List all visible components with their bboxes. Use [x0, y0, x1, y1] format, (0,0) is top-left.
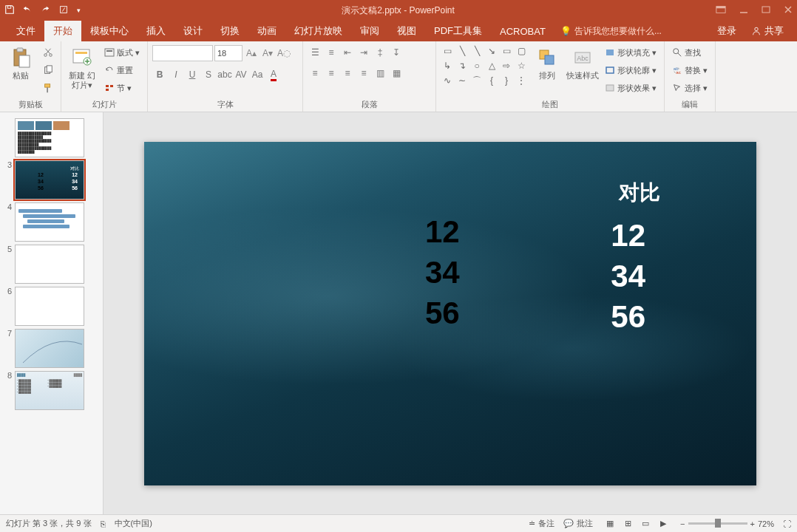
normal-view-icon[interactable]: ▦ — [602, 516, 618, 531]
minimize-icon[interactable] — [739, 5, 748, 16]
reading-view-icon[interactable]: ▭ — [637, 516, 654, 531]
tab-insert[interactable]: 插入 — [138, 21, 174, 41]
tab-template[interactable]: 模板中心 — [81, 21, 138, 41]
tab-slideshow[interactable]: 幻灯片放映 — [285, 21, 351, 41]
justify-icon[interactable]: ≡ — [356, 66, 371, 81]
close-icon[interactable] — [784, 5, 793, 16]
slide-editor[interactable]: 对比 12 34 56 12 34 56 — [104, 112, 797, 514]
new-slide-button[interactable]: 新建 幻灯片▾ — [66, 44, 98, 90]
status-bar: 幻灯片 第 3 张，共 9 张 ⎘ 中文(中国) ≐ 备注 💬 批注 ▦ ⊞ ▭… — [0, 514, 797, 532]
smartart-icon[interactable]: ▦ — [389, 66, 404, 81]
font-family-select[interactable] — [152, 45, 213, 61]
svg-point-30 — [674, 49, 679, 54]
shape-arc-icon: ⌒ — [470, 74, 484, 87]
login-button[interactable]: 登录 — [708, 21, 745, 41]
text-col1-3[interactable]: 56 — [425, 293, 460, 334]
zoom-slider[interactable] — [688, 522, 747, 525]
text-col1-2[interactable]: 34 — [425, 253, 460, 293]
quickstyle-button[interactable]: Abc 快速样式 — [566, 44, 599, 81]
increase-font-icon[interactable]: A▴ — [244, 45, 259, 61]
tab-pdf[interactable]: PDF工具集 — [425, 21, 491, 41]
paste-button[interactable]: 粘贴 — [4, 44, 37, 81]
indent-inc-icon[interactable]: ⇥ — [356, 45, 371, 60]
copy-button[interactable] — [40, 62, 56, 78]
thumb-2[interactable]: ████████████████████████████████████████… — [0, 117, 103, 159]
zoom-in-icon[interactable]: + — [750, 519, 755, 528]
shapes-gallery[interactable]: ▭╲╲↘▭▢ ↳↴○△⇨☆ ∿∼⌒{}⋮ — [441, 44, 528, 87]
ribbon-options-icon[interactable] — [716, 5, 726, 16]
thumb-4[interactable]: 4 — [0, 201, 103, 243]
comments-button[interactable]: 💬 批注 — [563, 518, 593, 529]
columns-icon[interactable]: ▥ — [373, 66, 387, 81]
line-spacing-icon[interactable]: ‡ — [373, 45, 387, 60]
spell-check-icon[interactable]: ⎘ — [101, 519, 106, 528]
arrange-button[interactable]: 排列 — [531, 44, 563, 81]
tab-file[interactable]: 文件 — [7, 21, 44, 41]
language-status[interactable]: 中文(中国) — [115, 518, 152, 529]
thumb-5[interactable]: 5 — [0, 243, 103, 285]
redo-icon[interactable] — [40, 4, 50, 17]
spacing-icon[interactable]: AV — [234, 67, 248, 82]
thumb-7[interactable]: 7 — [0, 327, 103, 369]
underline-icon[interactable]: U — [185, 67, 200, 82]
case-icon[interactable]: Aa — [250, 67, 265, 82]
decrease-font-icon[interactable]: A▾ — [260, 45, 275, 61]
text-col1-1[interactable]: 12 — [425, 212, 460, 253]
find-button[interactable]: 查找 — [669, 44, 710, 61]
tab-acrobat[interactable]: ACROBAT — [491, 21, 554, 41]
save-icon[interactable] — [4, 4, 15, 17]
format-painter-button[interactable] — [40, 80, 56, 96]
slideshow-view-icon[interactable]: ▶ — [655, 516, 671, 531]
shape-fill-button[interactable]: 形状填充▾ — [602, 44, 659, 61]
text-direction-icon[interactable]: ↧ — [389, 45, 404, 60]
shape-connector-icon: ↳ — [441, 59, 454, 72]
strike-icon[interactable]: S — [201, 67, 216, 82]
bullets-icon[interactable]: ☰ — [308, 45, 322, 60]
tab-home[interactable]: 开始 — [44, 21, 81, 41]
select-button[interactable]: 选择▾ — [669, 80, 710, 96]
current-slide[interactable]: 对比 12 34 56 12 34 56 — [144, 142, 756, 485]
sorter-view-icon[interactable]: ⊞ — [620, 516, 636, 531]
tab-transition[interactable]: 切换 — [211, 21, 248, 41]
thumbnail-panel[interactable]: ████████████████████████████████████████… — [0, 112, 104, 514]
shape-outline-button[interactable]: 形状轮廓▾ — [602, 62, 659, 78]
text-col2-1[interactable]: 12 — [611, 216, 645, 256]
replace-button[interactable]: abac替换▾ — [669, 62, 710, 78]
tab-view[interactable]: 视图 — [388, 21, 425, 41]
bold-icon[interactable]: B — [152, 67, 167, 82]
reset-button[interactable]: 重置 — [101, 62, 143, 78]
slide-title[interactable]: 对比 — [619, 179, 660, 207]
cut-button[interactable] — [40, 44, 56, 61]
notes-button[interactable]: ≐ 备注 — [529, 518, 554, 529]
align-right-icon[interactable]: ≡ — [340, 66, 355, 81]
indent-dec-icon[interactable]: ⇤ — [340, 45, 355, 60]
numbering-icon[interactable]: ≡ — [324, 45, 339, 60]
section-button[interactable]: 节▾ — [101, 80, 143, 96]
undo-icon[interactable] — [22, 4, 33, 17]
slide-count[interactable]: 幻灯片 第 3 张，共 9 张 — [6, 518, 92, 529]
tab-design[interactable]: 设计 — [174, 21, 211, 41]
thumb-3[interactable]: 3对比123456123456 — [0, 159, 103, 201]
clear-format-icon[interactable]: A◌ — [277, 45, 291, 61]
italic-icon[interactable]: I — [169, 67, 183, 82]
zoom-level[interactable]: 72% — [758, 519, 774, 528]
thumb-6[interactable]: 6 — [0, 285, 103, 327]
font-size-select[interactable]: 18 — [214, 45, 243, 61]
text-col2-3[interactable]: 56 — [611, 297, 645, 338]
touch-mode-icon[interactable] — [58, 4, 69, 17]
zoom-out-icon[interactable]: − — [680, 519, 685, 528]
fit-window-icon[interactable]: ⛶ — [783, 519, 791, 528]
layout-button[interactable]: 版式▾ — [101, 44, 143, 61]
tell-me-search[interactable]: 💡告诉我您想要做什么... — [554, 25, 668, 38]
text-col2-2[interactable]: 34 — [611, 256, 645, 297]
share-button[interactable]: 共享 — [745, 24, 790, 38]
align-center-icon[interactable]: ≡ — [324, 66, 339, 81]
font-color-icon[interactable]: A — [266, 67, 281, 82]
align-left-icon[interactable]: ≡ — [308, 66, 322, 81]
tab-animation[interactable]: 动画 — [248, 21, 285, 41]
shape-effects-button[interactable]: 形状效果▾ — [602, 80, 659, 96]
shadow-icon[interactable]: abc — [217, 67, 232, 82]
maximize-icon[interactable] — [762, 5, 770, 16]
thumb-8[interactable]: 8████████• ████████• ████████• ████████•… — [0, 369, 103, 412]
tab-review[interactable]: 审阅 — [351, 21, 388, 41]
